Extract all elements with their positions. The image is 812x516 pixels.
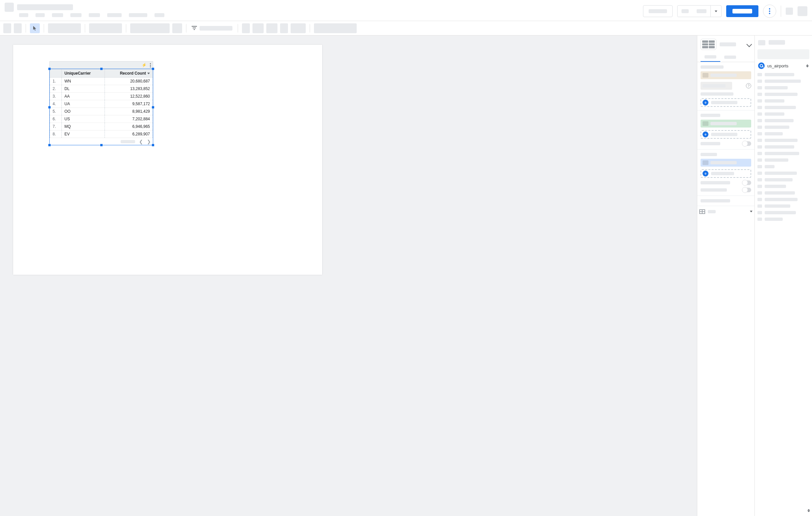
metric-chip[interactable] <box>701 159 751 166</box>
chevron-down-icon[interactable] <box>747 42 752 47</box>
field[interactable] <box>757 99 809 102</box>
add-metric[interactable]: + <box>701 169 751 178</box>
header-icon[interactable] <box>786 7 793 15</box>
toolbar-control[interactable] <box>314 23 357 33</box>
add-date-range-dimension[interactable]: + <box>701 98 751 107</box>
table-row[interactable]: 7.MQ6,946,965 <box>50 123 153 130</box>
resize-handle[interactable] <box>100 144 103 146</box>
menu-item[interactable] <box>89 13 100 17</box>
toolbar-icon[interactable] <box>266 23 278 33</box>
field[interactable] <box>757 139 809 142</box>
field[interactable] <box>757 93 809 96</box>
cell-carrier: UA <box>62 100 105 108</box>
field[interactable] <box>757 132 809 135</box>
account-avatar[interactable] <box>798 6 807 16</box>
field[interactable] <box>757 152 809 155</box>
field[interactable] <box>757 158 809 162</box>
field[interactable] <box>757 86 809 89</box>
resize-handle[interactable] <box>48 144 51 146</box>
field-search[interactable] <box>757 49 809 59</box>
selection-tool[interactable] <box>30 23 40 33</box>
menu-item[interactable] <box>70 13 82 17</box>
add-dimension[interactable]: + <box>701 130 751 139</box>
data-source-row[interactable]: us_airports <box>755 60 812 71</box>
split-caret[interactable] <box>711 6 721 17</box>
help-icon[interactable]: ? <box>746 83 751 88</box>
field[interactable] <box>757 191 809 194</box>
field[interactable] <box>757 165 809 168</box>
toolbar-control[interactable] <box>89 23 122 33</box>
component-kebab-icon[interactable] <box>150 63 151 67</box>
menu-item[interactable] <box>129 13 147 17</box>
resize-handle[interactable] <box>100 68 103 70</box>
resize-handle[interactable] <box>48 68 51 70</box>
report-page[interactable]: ⚡ UniqueCar <box>13 45 322 275</box>
menu-item[interactable] <box>35 13 45 17</box>
explore-icon[interactable]: ⚡ <box>142 63 147 67</box>
blend-button[interactable] <box>701 82 732 90</box>
field[interactable] <box>757 126 809 129</box>
optional-metrics-toggle[interactable] <box>742 180 751 185</box>
table-row[interactable]: 8.EV6,289,907 <box>50 130 153 138</box>
toolbar-icon[interactable] <box>253 23 264 33</box>
data-source-chip[interactable] <box>701 71 751 79</box>
resize-handle[interactable] <box>152 144 154 146</box>
field[interactable] <box>757 178 809 181</box>
header-split-button[interactable] <box>677 5 722 17</box>
field[interactable] <box>757 145 809 149</box>
pager-prev[interactable]: ❮ <box>139 139 143 144</box>
field[interactable] <box>757 205 809 208</box>
resize-handle[interactable] <box>152 68 154 70</box>
table-row[interactable]: 2.DL13,283,852 <box>50 85 153 93</box>
report-title[interactable] <box>17 4 73 10</box>
field[interactable] <box>757 211 809 214</box>
resize-handle[interactable] <box>152 106 154 109</box>
toolbar-control[interactable] <box>130 23 170 33</box>
table-row[interactable]: 1.WN20,680,687 <box>50 78 153 85</box>
field[interactable] <box>757 73 809 76</box>
table-row[interactable]: 4.UA9,587,172 <box>50 100 153 108</box>
redo-button[interactable] <box>14 23 22 33</box>
undo-button[interactable] <box>3 23 11 33</box>
drilldown-toggle[interactable] <box>742 141 751 146</box>
primary-action-button[interactable] <box>726 5 758 17</box>
field[interactable] <box>757 218 809 221</box>
table-component[interactable]: ⚡ UniqueCar <box>49 61 153 145</box>
sort-desc-icon <box>147 73 150 74</box>
chart-type-thumbnail[interactable] <box>701 39 716 50</box>
toolbar-icon[interactable] <box>242 23 250 33</box>
column-header-metric[interactable]: Record Count <box>105 69 152 78</box>
field[interactable] <box>757 172 809 175</box>
toolbar-icon[interactable] <box>280 23 288 33</box>
filter-button[interactable] <box>190 26 234 31</box>
field[interactable] <box>757 113 809 116</box>
menu-item[interactable] <box>19 13 28 17</box>
collapse-toggle-icon[interactable] <box>806 64 809 67</box>
menu-item[interactable] <box>107 13 122 17</box>
field[interactable] <box>757 185 809 188</box>
toolbar-control[interactable] <box>48 23 81 33</box>
table-row[interactable]: 5.OO8,981,429 <box>50 108 153 115</box>
menu-item[interactable] <box>154 13 164 17</box>
table-row[interactable]: 6.US7,202,884 <box>50 115 153 123</box>
more-options-button[interactable] <box>763 5 776 18</box>
field[interactable] <box>757 119 809 122</box>
tab-setup[interactable] <box>701 53 720 62</box>
table-row[interactable]: 3.AA12,522,860 <box>50 93 153 100</box>
rows-per-page-select[interactable] <box>697 206 754 217</box>
menu-item[interactable] <box>52 13 63 17</box>
metric-sliders-toggle[interactable] <box>742 188 751 192</box>
field[interactable] <box>757 198 809 201</box>
header-button-1[interactable] <box>643 5 673 17</box>
pager-next[interactable]: ❯ <box>147 139 151 144</box>
column-header-dimension[interactable]: UniqueCarrier <box>62 69 105 78</box>
field[interactable] <box>757 80 809 83</box>
toolbar-icon[interactable] <box>291 23 306 33</box>
report-canvas[interactable]: ⚡ UniqueCar <box>0 35 697 516</box>
resize-handle[interactable] <box>48 106 51 109</box>
zoom-stepper[interactable] <box>807 509 810 512</box>
dimension-chip[interactable] <box>701 120 751 127</box>
field[interactable] <box>757 106 809 109</box>
toolbar-control[interactable] <box>172 23 182 33</box>
tab-style[interactable] <box>720 53 740 62</box>
